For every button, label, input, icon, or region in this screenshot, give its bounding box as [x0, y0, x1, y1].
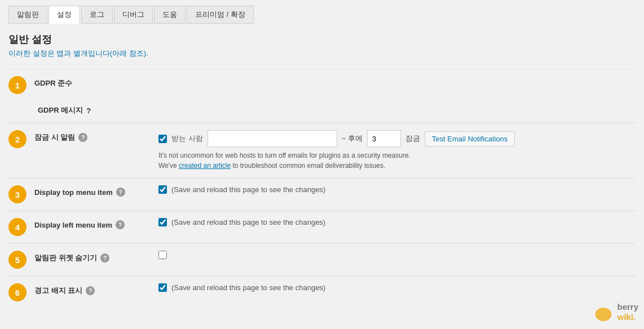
watermark-text: berry wiki.: [617, 302, 638, 322]
row-lock-alert: 2 잠금 시 알림 ? 받는 사람 ~ 후에 잠금 Test Email Not…: [8, 123, 636, 177]
tab-dashboard[interactable]: 알림판: [8, 6, 47, 24]
email-input[interactable]: [208, 130, 337, 147]
badge-1: 1: [8, 76, 27, 94]
top-menu-content: (Save and reload this page to see the ch…: [158, 185, 636, 194]
lock-alert-help-icon[interactable]: ?: [78, 133, 87, 142]
badge-2: 2: [8, 130, 27, 148]
warning-badge-content: (Save and reload this page to see the ch…: [158, 283, 636, 292]
left-menu-checkbox[interactable]: [158, 218, 167, 226]
info-text: It's not uncommon for web hosts to turn …: [158, 150, 636, 171]
tab-log[interactable]: 로그: [81, 6, 113, 24]
label-top-menu: Display top menu item ?: [34, 185, 158, 197]
gdpr-help-icon[interactable]: ?: [86, 106, 91, 115]
section-title: 일반 설정: [8, 33, 636, 46]
label-hide-widget: 알림판 위젯 숨기기 ?: [34, 251, 158, 263]
tab-help[interactable]: 도움: [154, 6, 186, 24]
watermark: berry wiki.: [592, 301, 638, 323]
gdpr-sublabel: GDPR 메시지 ?: [38, 101, 636, 120]
tab-debug[interactable]: 디버그: [114, 6, 153, 24]
lock-alert-checkbox[interactable]: [158, 135, 167, 143]
left-menu-content: (Save and reload this page to see the ch…: [158, 218, 636, 226]
badge-4: 4: [8, 218, 27, 236]
section-subtitle: 이러한 설정은 앱과 별개입니다(아래 참조).: [8, 48, 636, 59]
label-warning-badge: 경고 배지 표시 ?: [34, 283, 158, 296]
row-warning-badge: 6 경고 배지 표시 ? (Save and reload this page …: [8, 276, 636, 308]
lockout-unit-label: 잠금: [405, 134, 420, 144]
warning-badge-controls: (Save and reload this page to see the ch…: [158, 283, 636, 292]
warning-badge-save-text: (Save and reload this page to see the ch…: [171, 283, 325, 292]
lockout-number-input[interactable]: [367, 130, 401, 147]
tab-settings[interactable]: 설정: [48, 6, 80, 24]
top-menu-controls: (Save and reload this page to see the ch…: [158, 185, 636, 194]
article-link[interactable]: created an article: [179, 162, 231, 170]
tabs-bar: 알림판 설정 로그 디버그 도움 프리미엄 / 확장: [8, 6, 636, 24]
top-menu-help-icon[interactable]: ?: [116, 188, 125, 197]
row-hide-widget: 5 알림판 위젯 숨기기 ?: [8, 243, 636, 275]
tilde-label: ~ 후에: [342, 134, 363, 144]
svg-point-0: [596, 308, 612, 321]
row-left-menu: 4 Display left menu item ? (Save and rel…: [8, 211, 636, 243]
label-gdpr: GDPR 준수: [34, 76, 158, 88]
test-email-button[interactable]: Test Email Notifications: [425, 131, 515, 146]
berry-icon: [592, 301, 615, 323]
row-gdpr: 1 GDPR 준수: [8, 69, 636, 101]
left-menu-help-icon[interactable]: ?: [116, 220, 125, 229]
row-top-menu: 3 Display top menu item ? (Save and relo…: [8, 178, 636, 210]
left-menu-controls: (Save and reload this page to see the ch…: [158, 218, 636, 226]
hide-widget-help-icon[interactable]: ?: [100, 254, 109, 263]
lock-alert-content: 받는 사람 ~ 후에 잠금 Test Email Notifications I…: [158, 130, 636, 171]
badge-3: 3: [8, 185, 27, 203]
top-menu-save-text: (Save and reload this page to see the ch…: [171, 185, 325, 194]
badge-5: 5: [8, 251, 27, 269]
page-wrapper: 알림판 설정 로그 디버그 도움 프리미엄 / 확장 일반 설정 이러한 설정은…: [0, 0, 644, 329]
warning-badge-help-icon[interactable]: ?: [86, 286, 95, 295]
hide-widget-content: [158, 251, 636, 259]
lock-alert-controls: 받는 사람 ~ 후에 잠금 Test Email Notifications: [158, 130, 636, 147]
hide-widget-controls: [158, 251, 636, 259]
hide-widget-checkbox[interactable]: [158, 251, 167, 259]
badge-6: 6: [8, 283, 27, 301]
warning-badge-checkbox[interactable]: [158, 283, 167, 292]
label-left-menu: Display left menu item ?: [34, 218, 158, 229]
label-lock-alert: 잠금 시 알림 ?: [34, 130, 158, 143]
recipient-label: 받는 사람: [171, 134, 203, 144]
tab-premium[interactable]: 프리미엄 / 확장: [187, 6, 254, 24]
left-menu-save-text: (Save and reload this page to see the ch…: [171, 218, 325, 226]
top-menu-checkbox[interactable]: [158, 185, 167, 194]
